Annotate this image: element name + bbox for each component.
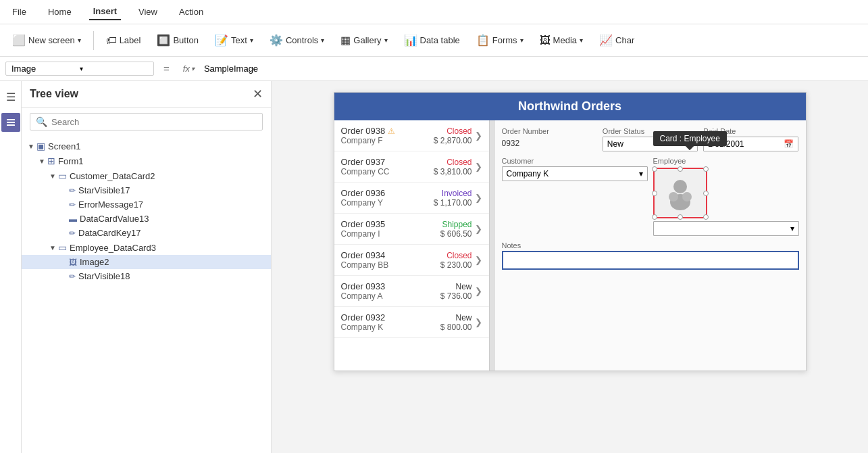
formula-eq-sign: = bbox=[157, 63, 176, 74]
formula-bar: Image ▾ = fx ▾ bbox=[0, 57, 868, 81]
tree-close-button[interactable]: ✕ bbox=[253, 87, 263, 101]
hamburger-icon[interactable]: ☰ bbox=[2, 87, 20, 108]
order-item-0937[interactable]: Order 0937 Company CC Closed $ 3,810.00 … bbox=[334, 151, 489, 183]
order-amount-0935: $ 606.50 bbox=[440, 229, 472, 239]
order-item-0934[interactable]: Order 0934 Company BB Closed $ 230.00 ❯ bbox=[334, 245, 489, 276]
order-item-0933[interactable]: Order 0933 Company A New $ 736.00 ❯ bbox=[334, 276, 489, 307]
tree-view-title: Tree view bbox=[30, 88, 78, 100]
formula-input[interactable] bbox=[201, 62, 863, 75]
tree-panel: Tree view ✕ 🔍 ▼ ▣ Screen1 ▼ ⊞ Form1 bbox=[22, 81, 272, 453]
menu-view[interactable]: View bbox=[134, 4, 161, 20]
app-content: Order 0938 ⚠ Company F Closed $ 2,870.00… bbox=[334, 120, 806, 371]
tree-item-customer-dc2[interactable]: ▼ ▭ Customer_DataCard2 bbox=[22, 168, 271, 183]
svg-rect-1 bbox=[7, 122, 15, 123]
order-number-field: Order Number 0932 bbox=[502, 127, 597, 151]
order-amount-0938: $ 2,870.00 bbox=[434, 136, 472, 145]
chevron-down-icon: ▾ bbox=[78, 37, 81, 44]
main-layout: ☰ Tree view ✕ 🔍 ▼ ▣ Screen1 bbox=[0, 81, 868, 453]
menu-action[interactable]: Action bbox=[175, 4, 207, 20]
tree-item-screen1[interactable]: ▼ ▣ Screen1 bbox=[22, 139, 271, 153]
text-button[interactable]: 📝 Text ▾ bbox=[208, 31, 260, 49]
forms-icon: 📋 bbox=[476, 34, 490, 47]
data-table-button[interactable]: 📊 Data table bbox=[397, 31, 467, 49]
resize-handle-bm[interactable] bbox=[678, 214, 683, 220]
charts-button[interactable]: 📈 Char bbox=[592, 31, 641, 49]
customer-dc2-label: Customer_DataCard2 bbox=[70, 171, 155, 181]
chevron-icon-0937: ❯ bbox=[475, 162, 482, 172]
tree-item-datacardvalue13[interactable]: ▶ ▬ DataCardValue13 bbox=[22, 212, 271, 226]
starvisible17-label: StarVisible17 bbox=[78, 185, 130, 195]
customer-select[interactable]: Company K ▾ bbox=[502, 166, 648, 181]
chevron-icon-0935: ❯ bbox=[475, 224, 482, 234]
order-item-0936[interactable]: Order 0936 Company Y Invoiced $ 1,170.00… bbox=[334, 183, 489, 214]
person-silhouette bbox=[663, 176, 697, 210]
order-number-value: 0932 bbox=[502, 137, 597, 150]
order-company-0934: Company BB bbox=[341, 260, 440, 270]
controls-icon: ⚙️ bbox=[270, 34, 283, 47]
controls-chevron-icon: ▾ bbox=[321, 37, 324, 44]
search-input[interactable] bbox=[51, 117, 257, 127]
order-item-0938[interactable]: Order 0938 ⚠ Company F Closed $ 2,870.00… bbox=[334, 120, 489, 151]
fx-label: fx bbox=[183, 64, 190, 74]
label-button[interactable]: 🏷 Label bbox=[99, 32, 148, 49]
menu-file[interactable]: File bbox=[8, 4, 30, 20]
svg-point-3 bbox=[673, 180, 687, 193]
svg-rect-2 bbox=[7, 124, 15, 126]
chevron-icon-0932: ❯ bbox=[475, 317, 482, 327]
employee-chevron-icon: ▾ bbox=[790, 224, 794, 233]
charts-icon: 📈 bbox=[599, 34, 613, 47]
employee-field: Employee Card : Employee bbox=[653, 157, 799, 236]
collapse-arrow-form1: ▼ bbox=[38, 158, 46, 165]
order-amount-0933: $ 736.00 bbox=[440, 291, 472, 301]
data-table-icon: 📊 bbox=[404, 34, 417, 47]
employee-tooltip: Card : Employee bbox=[653, 131, 727, 146]
gallery-button[interactable]: ▦ Gallery ▾ bbox=[334, 31, 394, 49]
image2-control[interactable] bbox=[653, 168, 707, 218]
media-button[interactable]: 🖼 Media ▾ bbox=[533, 32, 590, 49]
order-item-0932[interactable]: Order 0932 Company K New $ 800.00 ❯ bbox=[334, 307, 489, 338]
formula-selector[interactable]: Image ▾ bbox=[5, 62, 154, 76]
tree-item-employee-dc3[interactable]: ▼ ▭ Employee_DataCard3 bbox=[22, 240, 271, 255]
tree-item-datacardkey17[interactable]: ▶ ✏ DataCardKey17 bbox=[22, 226, 271, 240]
text-chevron-icon: ▾ bbox=[250, 37, 253, 44]
toolbar: ⬜ New screen ▾ 🏷 Label 🔲 Button 📝 Text ▾… bbox=[0, 24, 868, 57]
forms-chevron-icon: ▾ bbox=[520, 37, 524, 44]
employee-select[interactable]: ▾ bbox=[653, 221, 799, 236]
order-company-0932: Company K bbox=[341, 323, 440, 332]
warning-icon-0938: ⚠ bbox=[388, 126, 395, 136]
button-button[interactable]: 🔲 Button bbox=[150, 31, 205, 49]
menu-home[interactable]: Home bbox=[44, 4, 76, 20]
notes-textarea[interactable] bbox=[502, 251, 799, 270]
svg-point-5 bbox=[669, 192, 678, 201]
order-detail: Order Number 0932 Order Status New ▾ Pai… bbox=[495, 120, 806, 371]
employee-label: Employee bbox=[653, 157, 799, 165]
tree-item-form1[interactable]: ▼ ⊞ Form1 bbox=[22, 153, 271, 168]
detail-row-3: Notes bbox=[502, 241, 799, 272]
order-num-0936: Order 0936 bbox=[341, 188, 434, 198]
controls-button[interactable]: ⚙️ Controls ▾ bbox=[263, 31, 331, 49]
resize-handle-bl[interactable] bbox=[652, 214, 657, 220]
resize-handle-tr[interactable] bbox=[703, 166, 709, 172]
resize-handle-ml[interactable] bbox=[652, 191, 657, 196]
order-item-0935[interactable]: Order 0935 Company I Shipped $ 606.50 ❯ bbox=[334, 214, 489, 245]
resize-handle-mr[interactable] bbox=[703, 191, 709, 196]
toolbar-separator-1 bbox=[93, 31, 94, 50]
forms-button[interactable]: 📋 Forms ▾ bbox=[469, 31, 530, 49]
media-chevron-icon: ▾ bbox=[580, 37, 583, 44]
search-box: 🔍 bbox=[30, 113, 263, 130]
resize-handle-tm[interactable] bbox=[678, 166, 683, 172]
order-status-0936: Invoiced bbox=[434, 189, 472, 198]
tree-item-starvisible18[interactable]: ▶ ✏ StarVisible18 bbox=[22, 269, 271, 283]
list-scrollbar[interactable] bbox=[490, 120, 495, 371]
layers-icon[interactable] bbox=[1, 113, 20, 132]
app-preview: Northwind Orders Order 0938 ⚠ Company F … bbox=[334, 92, 807, 371]
tree-item-errormessage17[interactable]: ▶ ✏ ErrorMessage17 bbox=[22, 197, 271, 212]
menu-insert[interactable]: Insert bbox=[89, 3, 121, 20]
tree-item-starvisible17[interactable]: ▶ ✏ StarVisible17 bbox=[22, 183, 271, 197]
tree-item-image2[interactable]: ▶ 🖼 Image2 bbox=[22, 255, 271, 269]
formula-fx[interactable]: fx ▾ bbox=[179, 64, 199, 74]
resize-handle-tl[interactable] bbox=[652, 166, 657, 172]
order-company-0936: Company Y bbox=[341, 198, 434, 208]
resize-handle-br[interactable] bbox=[703, 214, 709, 220]
new-screen-button[interactable]: ⬜ New screen ▾ bbox=[5, 31, 88, 49]
